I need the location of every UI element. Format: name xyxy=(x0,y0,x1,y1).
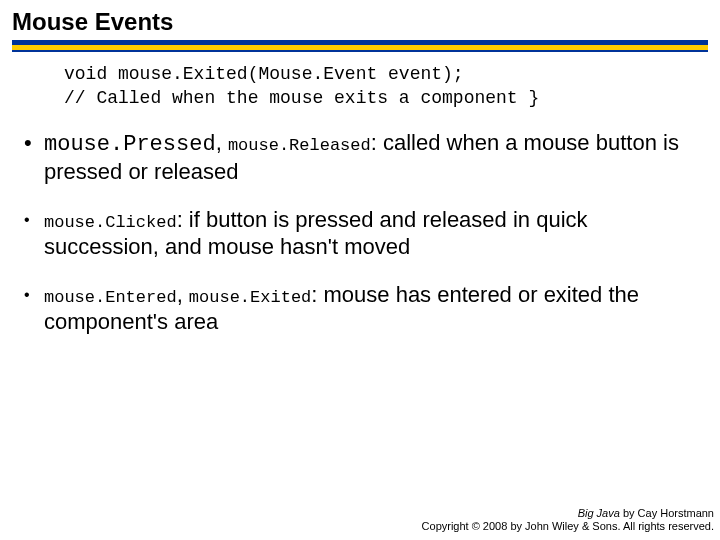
bullet-2: mouse.Clicked: if button is pressed and … xyxy=(24,206,696,261)
code-block: void mouse.Exited(Mouse.Event event); //… xyxy=(64,62,720,111)
slide-title: Mouse Events xyxy=(12,8,708,36)
bullet-3-method-2: mouse.Exited xyxy=(189,288,311,307)
bullet-3-method-1: mouse.Entered xyxy=(44,288,177,307)
bullet-3: mouse.Entered, mouse.Exited: mouse has e… xyxy=(24,281,696,336)
bullet-1-sep: , xyxy=(216,130,228,155)
title-rule xyxy=(12,40,708,52)
footer: Big Java by Cay Horstmann Copyright © 20… xyxy=(422,507,714,535)
footer-book-title: Big Java xyxy=(578,507,620,519)
bullet-2-method-1: mouse.Clicked xyxy=(44,213,177,232)
bullet-1-method-2: mouse.Released xyxy=(228,136,371,155)
bullet-1: mouse.Pressed, mouse.Released: called wh… xyxy=(24,129,696,186)
code-line-1: void mouse.Exited(Mouse.Event event); xyxy=(64,64,464,84)
footer-line-1: Big Java by Cay Horstmann xyxy=(422,507,714,521)
title-block: Mouse Events xyxy=(0,0,720,52)
slide: Mouse Events void mouse.Exited(Mouse.Eve… xyxy=(0,0,720,540)
bullet-1-method-1: mouse.Pressed xyxy=(44,132,216,157)
footer-byline: by Cay Horstmann xyxy=(620,507,714,519)
bullet-list: mouse.Pressed, mouse.Released: called wh… xyxy=(0,129,720,336)
code-line-2: // Called when the mouse exits a compone… xyxy=(64,88,539,108)
footer-copyright: Copyright © 2008 by John Wiley & Sons. A… xyxy=(422,520,714,534)
bullet-3-sep: , xyxy=(177,282,189,307)
rule-blue-thin xyxy=(12,50,708,52)
